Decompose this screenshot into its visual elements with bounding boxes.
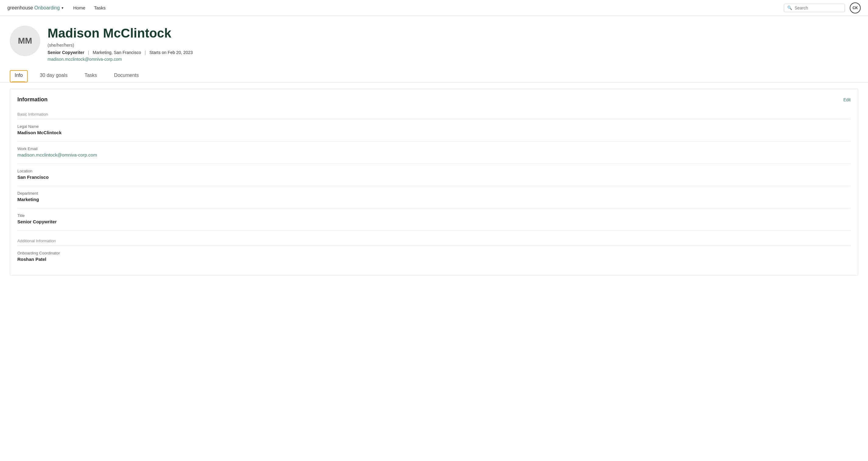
information-section: Information Edit Basic Information Legal… bbox=[10, 89, 858, 276]
divider-4 bbox=[18, 208, 850, 208]
field-department-label: Department bbox=[18, 191, 850, 196]
field-legal-name: Legal Name Madison McClintock bbox=[18, 124, 850, 135]
profile-info: Madison McClintock (she/her/hers) Senior… bbox=[48, 26, 858, 62]
nav-tasks[interactable]: Tasks bbox=[94, 5, 105, 10]
basic-info-label: Basic Information bbox=[18, 109, 850, 119]
divider-5 bbox=[18, 230, 850, 231]
nav-home[interactable]: Home bbox=[73, 5, 85, 10]
divider-3 bbox=[18, 186, 850, 186]
chevron-down-icon: ▾ bbox=[62, 6, 63, 10]
edit-link[interactable]: Edit bbox=[843, 97, 850, 102]
field-title-value: Senior Copywriter bbox=[18, 219, 850, 224]
field-title-label: Title bbox=[18, 213, 850, 218]
separator-1: | bbox=[88, 50, 89, 55]
tab-info[interactable]: Info bbox=[10, 70, 28, 82]
profile-avatar-initials: MM bbox=[18, 36, 32, 46]
tab-documents[interactable]: Documents bbox=[109, 70, 144, 82]
brand-greenhouse-text: greenhouse bbox=[7, 5, 33, 11]
main-content: Information Edit Basic Information Legal… bbox=[0, 89, 868, 276]
field-legal-name-label: Legal Name bbox=[18, 124, 850, 129]
brand-onboarding-text: Onboarding bbox=[34, 5, 60, 11]
profile-header: MM Madison McClintock (she/her/hers) Sen… bbox=[0, 16, 868, 62]
field-title: Title Senior Copywriter bbox=[18, 213, 850, 224]
tab-tasks[interactable]: Tasks bbox=[80, 70, 102, 82]
tab-30day-goals[interactable]: 30 day goals bbox=[35, 70, 72, 82]
avatar-initials: CK bbox=[852, 6, 858, 10]
field-onboarding-coordinator: Onboarding Coordinator Roshan Patel bbox=[18, 251, 850, 262]
navbar-right: 🔍 CK bbox=[784, 2, 861, 13]
field-onboarding-coordinator-value: Roshan Patel bbox=[18, 257, 850, 262]
separator-2: | bbox=[145, 50, 146, 55]
info-section-header: Information Edit bbox=[18, 96, 850, 103]
divider-2 bbox=[18, 164, 850, 164]
field-location: Location San Francisco bbox=[18, 169, 850, 180]
field-location-label: Location bbox=[18, 169, 850, 173]
search-icon: 🔍 bbox=[787, 5, 792, 10]
profile-title: Senior Copywriter bbox=[48, 50, 85, 55]
profile-name: Madison McClintock bbox=[48, 26, 858, 41]
navbar: greenhouse Onboarding ▾ Home Tasks 🔍 CK bbox=[0, 0, 868, 16]
info-section-title: Information bbox=[18, 96, 48, 103]
profile-avatar: MM bbox=[10, 26, 40, 56]
profile-pronouns: (she/her/hers) bbox=[48, 43, 858, 48]
brand-logo[interactable]: greenhouse Onboarding ▾ bbox=[7, 5, 63, 11]
profile-meta: Senior Copywriter | Marketing, San Franc… bbox=[48, 50, 858, 55]
profile-start-date: Starts on Feb 20, 2023 bbox=[149, 50, 193, 55]
field-work-email-label: Work Email bbox=[18, 146, 850, 151]
field-onboarding-coordinator-label: Onboarding Coordinator bbox=[18, 251, 850, 255]
field-legal-name-value: Madison McClintock bbox=[18, 130, 850, 135]
user-avatar[interactable]: CK bbox=[850, 2, 861, 13]
profile-email-link[interactable]: madison.mcclintock@omniva-corp.com bbox=[48, 57, 122, 62]
field-work-email-value[interactable]: madison.mcclintock@omniva-corp.com bbox=[18, 152, 850, 157]
field-location-value: San Francisco bbox=[18, 174, 850, 180]
field-department-value: Marketing bbox=[18, 197, 850, 202]
field-department: Department Marketing bbox=[18, 191, 850, 202]
additional-info-label: Additional Information bbox=[18, 235, 850, 246]
divider-1 bbox=[18, 141, 850, 142]
tab-bar: Info 30 day goals Tasks Documents bbox=[0, 64, 868, 83]
search-input[interactable] bbox=[795, 5, 841, 10]
nav-links: Home Tasks bbox=[73, 5, 784, 10]
field-work-email: Work Email madison.mcclintock@omniva-cor… bbox=[18, 146, 850, 157]
search-box[interactable]: 🔍 bbox=[784, 4, 845, 12]
profile-department-location: Marketing, San Francisco bbox=[93, 50, 141, 55]
